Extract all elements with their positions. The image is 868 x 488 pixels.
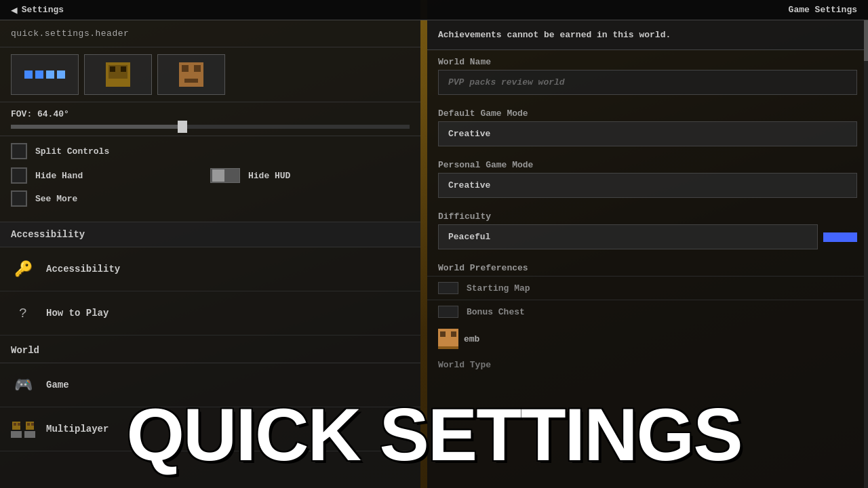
checkboxes-section: Split Controls Hide Hand Hide HUD See Mo… xyxy=(0,136,420,222)
page-title: Game Settings xyxy=(789,5,857,15)
difficulty-label: Difficulty xyxy=(427,205,868,224)
hide-hud-label: Hide HUD xyxy=(248,171,290,181)
starting-map-checkbox[interactable] xyxy=(438,282,458,294)
world-type-row: World Type xyxy=(427,354,868,375)
multiplayer-item-label: Multiplayer xyxy=(46,424,108,434)
how-to-play-item-label: How to Play xyxy=(46,308,108,319)
back-arrow-icon: ◀ xyxy=(11,3,18,17)
personal-game-mode-section: Personal Game Mode Creative xyxy=(427,153,868,205)
svg-rect-2 xyxy=(14,423,16,426)
svg-rect-4 xyxy=(27,423,30,426)
right-scroll-thumb[interactable] xyxy=(864,20,868,61)
fov-slider-fill xyxy=(11,125,182,129)
starting-map-row: Starting Map xyxy=(427,276,868,300)
accessibility-menu-item[interactable]: 🔑 Accessibility xyxy=(0,247,420,291)
mob-row: emb xyxy=(427,323,868,354)
achievements-banner: Achievements cannot be earned in this wo… xyxy=(427,20,868,50)
fov-slider-thumb[interactable] xyxy=(178,121,187,133)
mob-head-icon xyxy=(438,329,458,349)
avatar-row xyxy=(0,47,420,102)
dot-4 xyxy=(57,70,65,79)
left-panel: quick.settings.header xyxy=(0,0,420,488)
world-name-label: World Name xyxy=(427,50,868,70)
dot-3 xyxy=(46,70,54,79)
see-more-label: See More xyxy=(35,194,77,204)
svg-rect-7 xyxy=(24,431,35,438)
difficulty-indicator xyxy=(823,232,857,242)
question-icon: ? xyxy=(11,301,35,325)
quick-settings-header: quick.settings.header xyxy=(0,20,420,47)
difficulty-section: Difficulty Peaceful xyxy=(427,205,868,256)
svg-rect-5 xyxy=(31,423,34,426)
world-name-input[interactable]: PVP packs review world xyxy=(438,70,857,95)
hide-hand-label: Hide Hand xyxy=(35,171,83,181)
split-controls-label: Split Controls xyxy=(35,146,109,157)
hide-hud-group: Hide HUD xyxy=(210,168,410,183)
game-menu-item[interactable]: 🎮 Game xyxy=(0,363,420,407)
back-button[interactable]: ◀ Settings xyxy=(11,3,64,17)
toggle-knob xyxy=(212,169,224,182)
see-more-checkbox[interactable] xyxy=(11,190,27,207)
multiplayer-menu-item[interactable]: Multiplayer xyxy=(0,407,420,451)
avatar-dots xyxy=(24,70,65,79)
hide-row: Hide Hand Hide HUD xyxy=(11,167,410,184)
starting-map-label: Starting Map xyxy=(467,283,530,293)
controller-icon: 🎮 xyxy=(11,373,35,397)
accessibility-item-label: Accessibility xyxy=(46,264,120,274)
difficulty-value[interactable]: Peaceful xyxy=(438,224,818,249)
default-game-mode-label: Default Game Mode xyxy=(427,102,868,121)
dot-1 xyxy=(24,70,33,79)
difficulty-row: Peaceful xyxy=(438,224,857,249)
bonus-chest-row: Bonus Chest xyxy=(427,300,868,323)
dot-2 xyxy=(35,70,43,79)
back-label: Settings xyxy=(22,5,64,15)
avatar-box-1[interactable] xyxy=(11,54,79,95)
bonus-chest-label: Bonus Chest xyxy=(467,307,525,317)
fov-label: FOV: 64.40° xyxy=(11,109,410,119)
split-controls-checkbox[interactable] xyxy=(11,143,27,159)
svg-rect-3 xyxy=(18,423,20,426)
svg-rect-6 xyxy=(11,431,22,438)
how-to-play-menu-item[interactable]: ? How to Play xyxy=(0,291,420,336)
personal-game-mode-label: Personal Game Mode xyxy=(427,153,868,173)
mob-label: emb xyxy=(464,334,479,344)
default-game-mode-value[interactable]: Creative xyxy=(438,121,857,146)
multiplayer-icon xyxy=(11,417,35,441)
world-name-section: World Name PVP packs review world xyxy=(427,50,868,102)
personal-game-mode-value[interactable]: Creative xyxy=(438,173,857,198)
avatar-character-2[interactable] xyxy=(157,54,225,95)
top-navigation: ◀ Settings Game Settings xyxy=(0,0,868,20)
world-type-label: World Type xyxy=(438,360,491,370)
see-more-row: See More xyxy=(11,190,410,207)
accessibility-section-header: Accessibility xyxy=(0,222,420,247)
default-game-mode-section: Default Game Mode Creative xyxy=(427,102,868,153)
bonus-chest-checkbox[interactable] xyxy=(438,306,458,318)
split-controls-row: Split Controls xyxy=(11,143,410,159)
hide-hud-toggle[interactable] xyxy=(210,168,240,183)
fov-slider-container[interactable] xyxy=(11,125,410,129)
world-preferences-label: World Preferences xyxy=(427,256,868,276)
avatar-character-1[interactable] xyxy=(84,54,152,95)
fov-section: FOV: 64.40° xyxy=(0,102,420,136)
world-preferences-section: World Preferences Starting Map Bonus Che… xyxy=(427,256,868,323)
hide-hand-group: Hide Hand xyxy=(11,167,210,184)
key-icon: 🔑 xyxy=(11,257,35,281)
fov-slider[interactable] xyxy=(11,125,410,129)
hide-hand-checkbox[interactable] xyxy=(11,167,27,184)
world-section-header: World xyxy=(0,338,420,363)
game-item-label: Game xyxy=(46,380,69,390)
right-panel: Achievements cannot be earned in this wo… xyxy=(427,0,868,488)
right-scrollbar[interactable] xyxy=(864,20,868,488)
